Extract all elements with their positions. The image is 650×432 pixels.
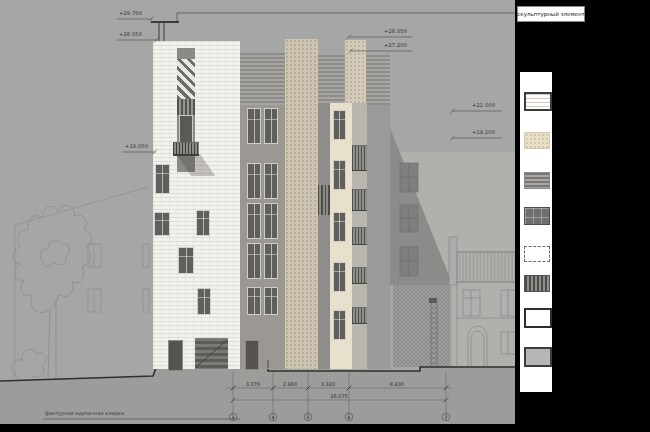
- callout-leader-line: [177, 13, 515, 21]
- roof-ornament: [151, 22, 179, 41]
- dimension-segment-label: 3.370: [246, 381, 260, 387]
- elevation-mark-roof-right: +28.050: [384, 28, 407, 34]
- legend-swatch-dashed-hidden-contour: [524, 246, 550, 262]
- bottom-bar: [0, 424, 650, 432]
- axis-number: 5: [307, 415, 310, 420]
- elevation-marker-lines: [117, 17, 502, 155]
- legend-swatch-horizontal-louvers: [524, 172, 550, 189]
- axis-number: 4: [272, 415, 275, 420]
- axis-number: 7: [445, 415, 448, 420]
- dimension-segment-label: 2.960: [283, 381, 297, 387]
- legend-swatch-white-textured-brick: [524, 92, 552, 111]
- axis-bubbles: [229, 413, 450, 421]
- legend-swatch-gray-panel: [524, 347, 552, 367]
- elevation-mark-lower-right: +19.100: [472, 129, 495, 135]
- dimension-segment-label: 3.320: [321, 381, 335, 387]
- legend-swatch-metal-grille: [524, 275, 550, 292]
- dimension-total-label: 16.075: [330, 393, 348, 399]
- masonry-note: фактурная кирпичная кладка: [45, 410, 124, 416]
- elevation-mark-roof-left: +28.050: [119, 31, 142, 37]
- elevation-mark-ledge-right: +21.500: [472, 102, 495, 108]
- elevation-mark-parapet-right: +27.200: [384, 42, 407, 48]
- callout-label-box: скульптурный элемент: [517, 6, 585, 22]
- axis-number: 6: [348, 415, 351, 420]
- elevation-drawing-sheet: 3.370 2.960 3.320 8.430 16.075 3 4 5 6 7…: [0, 0, 650, 432]
- callout-label-text: скульптурный элемент: [517, 11, 584, 17]
- elevation-mark-mid-left: +18.000: [125, 143, 148, 149]
- legend-swatch-dark-tile-grid: [524, 207, 550, 225]
- legend-swatch-beige-plaster: [524, 132, 550, 149]
- garage-ramp-line: [196, 340, 227, 367]
- elevation-mark-spire: +29.700: [119, 10, 142, 16]
- dimension-segment-label: 8.430: [390, 381, 404, 387]
- dimension-labels: 3.370 2.960 3.320 8.430 16.075: [246, 381, 404, 399]
- legend-swatch-white-panel: [524, 308, 552, 328]
- axis-numbers: 3 4 5 6 7: [232, 415, 448, 420]
- material-legend: [520, 72, 552, 392]
